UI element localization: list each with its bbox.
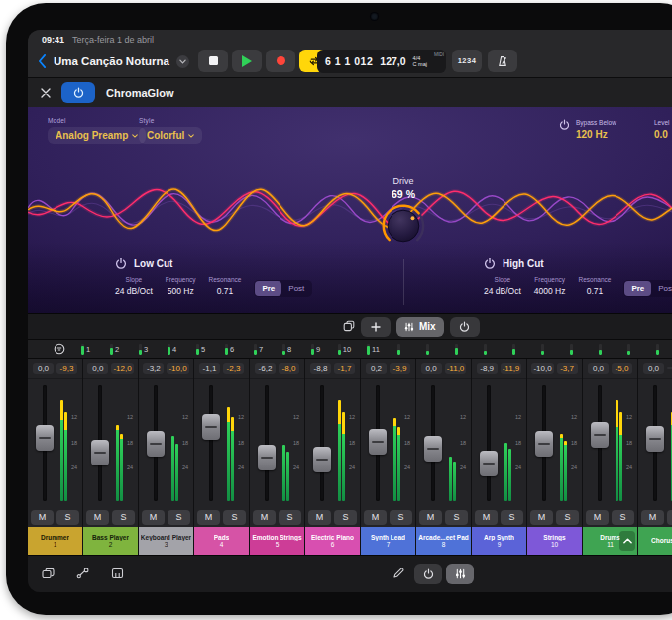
fader-area[interactable]: 121824 xyxy=(361,378,415,507)
solo-button[interactable]: S xyxy=(56,510,79,525)
fader-area[interactable]: 121824 xyxy=(28,378,82,507)
mixer-power-button[interactable] xyxy=(450,317,480,337)
track-name-tile[interactable]: Emotion Strings5 xyxy=(250,527,304,555)
fader-handle[interactable] xyxy=(202,414,220,440)
track-ribbon-badge[interactable] xyxy=(589,344,617,355)
fader-handle[interactable] xyxy=(313,447,331,472)
fader-handle[interactable] xyxy=(646,426,664,452)
track-ribbon-badge[interactable] xyxy=(531,344,560,355)
pan-value[interactable]: -6,2 xyxy=(255,363,276,374)
mute-button[interactable]: M xyxy=(419,510,442,525)
solo-button[interactable]: S xyxy=(334,510,357,525)
solo-button[interactable]: S xyxy=(112,510,135,525)
fader-handle[interactable] xyxy=(591,422,609,448)
solo-button[interactable]: S xyxy=(556,510,579,525)
pan-value[interactable]: 0,0 xyxy=(421,363,442,374)
solo-button[interactable]: S xyxy=(445,510,468,525)
fader-area[interactable]: 121824 xyxy=(83,378,138,507)
fader-area[interactable]: 121824 xyxy=(250,378,304,507)
pan-value[interactable]: 0,2 xyxy=(366,363,387,374)
solo-button[interactable]: S xyxy=(612,510,634,525)
track-ribbon-badge[interactable] xyxy=(617,344,646,355)
browser-button[interactable] xyxy=(42,566,55,583)
solo-button[interactable]: S xyxy=(667,510,672,525)
collapse-track-stack-button[interactable] xyxy=(619,531,635,551)
track-ribbon-badge[interactable] xyxy=(474,344,503,355)
track-ribbon-badge[interactable]: 1 xyxy=(71,344,100,355)
track-ribbon-badge[interactable] xyxy=(560,344,589,355)
mute-button[interactable]: M xyxy=(253,510,276,525)
play-button[interactable] xyxy=(232,50,262,72)
track-ribbon-badge[interactable]: 6 xyxy=(215,344,244,355)
pre-button[interactable]: Pre xyxy=(624,281,651,296)
fader-area[interactable]: 121824 xyxy=(416,378,471,507)
mute-button[interactable]: M xyxy=(197,510,220,525)
volume-value[interactable]: -1,7 xyxy=(334,363,355,374)
track-ribbon-badge[interactable]: 3 xyxy=(129,344,158,355)
volume-value[interactable]: -11,0 xyxy=(445,363,467,374)
track-ribbon-badge[interactable]: 11 xyxy=(359,344,388,355)
volume-value[interactable]: -8,0 xyxy=(279,363,299,374)
track-name-tile[interactable]: Drummer1 xyxy=(28,527,82,555)
edit-button[interactable] xyxy=(392,566,404,583)
fader-handle[interactable] xyxy=(369,429,387,455)
mute-button[interactable]: M xyxy=(142,510,165,525)
pan-value[interactable]: 0,0 xyxy=(33,363,54,374)
mixer-view-button[interactable] xyxy=(446,564,474,584)
fader-handle[interactable] xyxy=(91,440,109,465)
solo-button[interactable]: S xyxy=(390,510,412,525)
mute-button[interactable]: M xyxy=(308,510,331,525)
slope-value[interactable]: 24 dB/Oct xyxy=(115,286,153,296)
track-name-tile[interactable]: Bass Player2 xyxy=(83,527,138,555)
pan-value[interactable]: 0,0 xyxy=(643,363,664,374)
solo-button[interactable]: S xyxy=(279,510,301,525)
fader-handle[interactable] xyxy=(36,425,54,451)
volume-value[interactable]: -3,7 xyxy=(557,363,578,374)
record-button[interactable] xyxy=(266,50,295,72)
track-name-tile[interactable]: Keyboard Player3 xyxy=(139,527,193,555)
track-ribbon-badge[interactable]: 9 xyxy=(301,344,330,355)
back-button[interactable] xyxy=(38,54,47,68)
track-ribbon-badge[interactable] xyxy=(388,344,416,355)
track-ribbon-badge[interactable]: 5 xyxy=(186,344,215,355)
slope-value[interactable]: 24 dB/Oct xyxy=(484,286,521,296)
mute-button[interactable]: M xyxy=(586,510,609,525)
stop-button[interactable] xyxy=(198,50,228,72)
plugins-view-button[interactable] xyxy=(414,564,442,584)
track-ribbon-badge[interactable]: 10 xyxy=(330,344,359,355)
track-ribbon-badge[interactable] xyxy=(445,344,474,355)
track-name-tile[interactable]: Strings10 xyxy=(527,527,582,555)
track-name-tile[interactable]: Drums11 xyxy=(583,527,637,555)
post-button[interactable]: Post xyxy=(281,281,311,296)
track-ribbon-badge[interactable]: 7 xyxy=(244,344,273,355)
fader-handle[interactable] xyxy=(147,431,165,457)
keyboard-button[interactable] xyxy=(111,566,124,583)
mute-button[interactable]: M xyxy=(475,510,498,525)
volume-value[interactable]: -10,0 xyxy=(167,363,188,374)
plugin-power-button[interactable] xyxy=(61,82,95,103)
mix-view-button[interactable]: Mix xyxy=(396,317,444,337)
fader-handle[interactable] xyxy=(480,451,498,476)
mute-button[interactable]: M xyxy=(86,510,109,525)
frequency-value[interactable]: 4000 Hz xyxy=(534,286,566,296)
fader-area[interactable]: 121824 xyxy=(139,378,193,507)
fader-area[interactable]: 121824 xyxy=(194,378,249,507)
pan-value[interactable]: 0,0 xyxy=(87,363,108,374)
song-title[interactable]: Uma Canção Noturna xyxy=(54,55,169,67)
fader-area[interactable]: 121824 xyxy=(638,378,672,507)
track-ribbon-badge[interactable]: 2 xyxy=(100,344,129,355)
resonance-value[interactable]: 0.71 xyxy=(587,286,604,296)
style-select[interactable]: Colorful xyxy=(139,127,202,144)
metronome-button[interactable] xyxy=(488,50,517,72)
fader-handle[interactable] xyxy=(258,445,276,470)
pan-value[interactable]: 0,0 xyxy=(588,363,609,374)
volume-value[interactable]: -12,0 xyxy=(111,363,133,374)
fader-area[interactable]: 121824 xyxy=(527,378,582,507)
track-name-tile[interactable]: Electric Piano6 xyxy=(305,527,360,555)
song-menu-button[interactable] xyxy=(176,55,189,68)
power-icon[interactable] xyxy=(484,258,496,269)
pan-value[interactable]: -8,8 xyxy=(310,363,331,374)
track-ribbon-badge[interactable] xyxy=(503,344,531,355)
pre-button[interactable]: Pre xyxy=(255,281,281,296)
resonance-value[interactable]: 0.71 xyxy=(217,286,234,296)
